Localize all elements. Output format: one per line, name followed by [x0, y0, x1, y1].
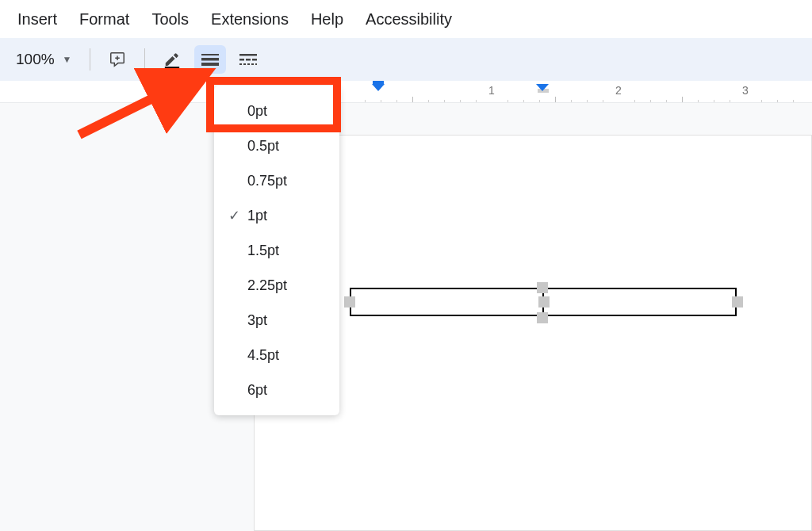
svg-rect-10: [247, 63, 250, 65]
ruler-number: 3: [742, 84, 749, 97]
check-icon: ✓: [228, 207, 247, 224]
menu-extensions[interactable]: Extensions: [201, 6, 298, 33]
svg-rect-1: [201, 54, 219, 55]
option-label: 0pt: [247, 103, 325, 120]
border-width-button[interactable]: [194, 45, 226, 74]
option-label: 4.5pt: [247, 347, 325, 364]
border-width-option-3pt[interactable]: 3pt: [214, 303, 339, 338]
ruler-number: 1: [488, 84, 495, 97]
divider: [90, 48, 90, 71]
border-dash-icon: [239, 54, 257, 65]
ruler-indent-marker[interactable]: [372, 84, 385, 91]
svg-rect-6: [246, 59, 251, 61]
option-label: 1pt: [247, 208, 325, 224]
menubar: Insert Format Tools Extensions Help Acce…: [0, 0, 812, 38]
svg-rect-3: [201, 63, 219, 66]
svg-rect-5: [239, 59, 244, 61]
pencil-underline-icon: [163, 51, 181, 68]
svg-rect-0: [164, 67, 178, 68]
ruler: 1 2 3: [0, 81, 812, 103]
menu-tools[interactable]: Tools: [142, 6, 198, 33]
menu-accessibility[interactable]: Accessibility: [356, 6, 462, 33]
option-label: 3pt: [247, 312, 325, 329]
border-width-option-1pt[interactable]: ✓ 1pt: [214, 198, 339, 233]
border-width-option-05pt[interactable]: 0.5pt: [214, 128, 339, 163]
border-dash-button[interactable]: [232, 45, 264, 74]
table-resize-handle[interactable]: [537, 312, 548, 323]
svg-rect-11: [251, 63, 254, 65]
zoom-value: 100%: [16, 51, 55, 68]
divider: [144, 48, 145, 71]
option-label: 1.5pt: [247, 243, 325, 259]
menu-help[interactable]: Help: [301, 6, 353, 33]
option-label: 2.25pt: [247, 277, 325, 294]
svg-rect-8: [239, 63, 242, 65]
table-resize-handle[interactable]: [344, 296, 355, 308]
border-width-menu: 0pt 0.5pt 0.75pt ✓ 1pt 1.5pt 2.25pt 3pt …: [214, 86, 339, 415]
add-comment-button[interactable]: [102, 45, 133, 74]
comment-plus-icon: [109, 51, 126, 68]
border-width-option-225pt[interactable]: 2.25pt: [214, 268, 339, 303]
ruler-number: 2: [615, 84, 622, 97]
border-width-icon: [201, 53, 219, 66]
border-width-option-45pt[interactable]: 4.5pt: [214, 338, 339, 372]
option-label: 6pt: [247, 382, 325, 399]
svg-rect-9: [243, 63, 246, 65]
border-width-option-0pt[interactable]: 0pt: [214, 94, 339, 128]
border-width-option-15pt[interactable]: 1.5pt: [214, 233, 339, 268]
svg-rect-7: [252, 59, 257, 61]
svg-rect-12: [255, 63, 257, 65]
toolbar: 100% ▼: [0, 38, 812, 81]
border-width-option-6pt[interactable]: 6pt: [214, 372, 339, 407]
option-label: 0.75pt: [247, 173, 325, 189]
zoom-dropdown[interactable]: 100% ▼: [10, 48, 79, 71]
svg-rect-4: [239, 54, 257, 56]
page-canvas: [0, 103, 812, 531]
table-resize-handle[interactable]: [537, 282, 548, 293]
ruler-right-indent-marker[interactable]: [536, 84, 549, 91]
table-resize-handle[interactable]: [538, 296, 550, 308]
menu-insert[interactable]: Insert: [8, 6, 67, 33]
border-width-option-075pt[interactable]: 0.75pt: [214, 163, 339, 198]
svg-rect-2: [201, 58, 219, 61]
option-label: 0.5pt: [247, 138, 325, 155]
menu-format[interactable]: Format: [70, 6, 139, 33]
border-color-button[interactable]: [156, 45, 188, 74]
table-cell[interactable]: [543, 288, 736, 315]
table-resize-handle[interactable]: [732, 296, 743, 308]
chevron-down-icon: ▼: [63, 54, 72, 65]
table-cell[interactable]: [350, 288, 543, 315]
